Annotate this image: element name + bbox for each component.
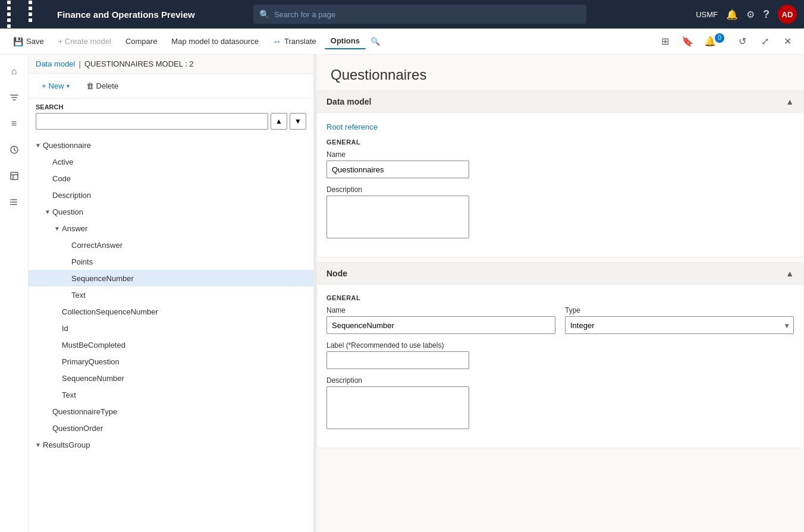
tree-item-label: QuestionnaireType xyxy=(52,407,309,416)
node-name-input[interactable] xyxy=(326,316,555,334)
left-sidebar: ⌂ ≡ xyxy=(0,55,29,532)
node-description-input[interactable] xyxy=(326,386,469,429)
node-label-input[interactable] xyxy=(326,351,469,369)
bookmark-icon[interactable]: 🔖 xyxy=(678,32,697,51)
detail-title: Questionnaires xyxy=(316,55,804,90)
create-model-button[interactable]: + Create model xyxy=(52,34,117,49)
data-model-name-label: Name xyxy=(326,150,794,159)
sidebar-home-icon[interactable]: ⌂ xyxy=(2,59,26,83)
node-type-select[interactable]: Integer String Real Boolean Date DateTim… xyxy=(565,316,794,334)
tree-item[interactable]: SequenceNumber xyxy=(29,370,313,386)
tree-item-label: SequenceNumber xyxy=(62,374,309,383)
settings-icon[interactable]: ⚙ xyxy=(746,9,755,20)
data-model-name-input[interactable] xyxy=(326,160,469,178)
data-model-name-group: Name xyxy=(326,150,794,178)
root-reference-link[interactable]: Root reference xyxy=(326,122,378,131)
close-icon[interactable]: ✕ xyxy=(778,32,797,51)
help-icon[interactable]: ? xyxy=(763,8,770,21)
tree-item[interactable]: ▼ Answer xyxy=(29,220,313,237)
breadcrumb-data-model[interactable]: Data model xyxy=(36,59,75,68)
puzzle-icon[interactable]: ⊞ xyxy=(655,32,674,51)
tree-item-label: MustBeCompleted xyxy=(62,341,309,350)
tree-toggle-icon: ▼ xyxy=(33,142,43,149)
tree-item-label: ResultsGroup xyxy=(43,440,309,449)
app-title: Finance and Operations Preview xyxy=(57,10,195,20)
data-model-section-title: Data model xyxy=(326,97,371,106)
detail-panel: Questionnaires Data model ▲ Root referen… xyxy=(316,55,804,532)
node-two-col: Name Type Integer String Real xyxy=(326,306,794,341)
sidebar-history-icon[interactable] xyxy=(2,138,26,162)
node-description-group: Description xyxy=(326,376,794,431)
top-nav-right: USMF 🔔 ⚙ ? AD xyxy=(696,5,797,24)
delete-button[interactable]: 🗑 Delete xyxy=(80,78,125,93)
search-icon: 🔍 xyxy=(259,10,269,19)
tree-item[interactable]: PrimaryQuestion xyxy=(29,353,313,370)
node-type-group: Type Integer String Real Boolean Date Da… xyxy=(565,306,794,334)
node-type-label: Type xyxy=(565,306,794,314)
tree-item[interactable]: ▼ Question xyxy=(29,203,313,220)
tree-item[interactable]: ▼ ResultsGroup xyxy=(29,436,313,453)
tree-item-label: Answer xyxy=(62,224,309,233)
tree-item[interactable]: Text xyxy=(29,287,313,303)
tree-item[interactable]: Description xyxy=(29,187,313,203)
translate-button[interactable]: ↔ Translate xyxy=(267,34,322,49)
breadcrumb-model-name: QUESTIONNAIRES MODEL : 2 xyxy=(84,59,194,68)
tree-item[interactable]: Text xyxy=(29,386,313,403)
options-button[interactable]: Options xyxy=(325,33,366,49)
tree-item[interactable]: QuestionnaireType xyxy=(29,403,313,420)
search-down-button[interactable]: ▼ xyxy=(290,113,306,130)
search-bar[interactable]: 🔍 xyxy=(253,5,586,24)
app-grid-icon[interactable] xyxy=(7,1,48,28)
sidebar-filter-icon[interactable] xyxy=(2,86,26,109)
compare-button[interactable]: Compare xyxy=(120,34,163,49)
svg-rect-1 xyxy=(11,172,18,180)
avatar[interactable]: AD xyxy=(778,5,797,24)
save-button[interactable]: 💾 Save xyxy=(7,34,50,49)
tree-item[interactable]: MustBeCompleted xyxy=(29,336,313,353)
action-bar: 💾 Save + Create model Compare Map model … xyxy=(0,29,804,55)
search-label: SEARCH xyxy=(36,103,306,111)
tree-item-label: Question xyxy=(52,207,309,216)
data-model-description-input[interactable] xyxy=(326,196,469,238)
expand-icon[interactable]: ⤢ xyxy=(755,32,774,51)
user-label: USMF xyxy=(696,10,718,19)
tree-item[interactable]: Code xyxy=(29,170,313,187)
tree-toggle-icon: ▼ xyxy=(43,209,52,215)
new-button[interactable]: + New ▾ xyxy=(36,78,76,93)
tree-item[interactable]: CorrectAnswer xyxy=(29,237,313,253)
data-model-section-header[interactable]: Data model ▲ xyxy=(317,91,803,113)
tree-item[interactable]: QuestionOrder xyxy=(29,420,313,436)
tree-item-label: Id xyxy=(62,324,309,333)
compare-label: Compare xyxy=(125,37,157,46)
data-model-general-label: GENERAL xyxy=(326,138,794,146)
tree-item-selected[interactable]: SequenceNumber xyxy=(29,270,313,287)
tree-search-section: SEARCH ▲ ▼ xyxy=(29,99,313,134)
tree-item[interactable]: CollectionSequenceNumber xyxy=(29,303,313,320)
sidebar-table-icon[interactable] xyxy=(2,164,26,188)
tree-item[interactable]: Points xyxy=(29,253,313,270)
refresh-icon[interactable]: ↺ xyxy=(733,32,752,51)
tree-item-label: QuestionOrder xyxy=(52,424,309,433)
search-up-button[interactable]: ▲ xyxy=(271,113,287,130)
tree-item[interactable]: Id xyxy=(29,320,313,336)
sidebar-menu-icon[interactable]: ≡ xyxy=(2,112,26,136)
search-input[interactable] xyxy=(274,10,580,19)
data-model-description-group: Description xyxy=(326,185,794,240)
data-model-collapse-icon: ▲ xyxy=(786,97,794,106)
sidebar-list-icon[interactable] xyxy=(2,190,26,214)
node-type-select-wrapper: Integer String Real Boolean Date DateTim… xyxy=(565,316,794,334)
new-chevron-icon: ▾ xyxy=(67,83,70,89)
tree-search-input[interactable] xyxy=(36,113,268,130)
tree-item-label: CorrectAnswer xyxy=(71,241,309,250)
node-section: Node ▲ GENERAL Name Type xyxy=(316,262,804,448)
tree-item[interactable]: ▼ Questionnaire xyxy=(29,137,313,153)
node-section-body: GENERAL Name Type Integer xyxy=(317,285,803,448)
notification-icon[interactable]: 🔔 xyxy=(726,9,738,20)
node-section-header[interactable]: Node ▲ xyxy=(317,263,803,285)
tree-item[interactable]: Active xyxy=(29,153,313,170)
delete-label: Delete xyxy=(96,81,119,90)
map-datasource-button[interactable]: Map model to datasource xyxy=(165,34,265,49)
search-toolbar-icon[interactable]: 🔍 xyxy=(370,37,380,46)
svg-point-4 xyxy=(10,204,11,205)
tree-toolbar: + New ▾ 🗑 Delete xyxy=(29,74,313,99)
